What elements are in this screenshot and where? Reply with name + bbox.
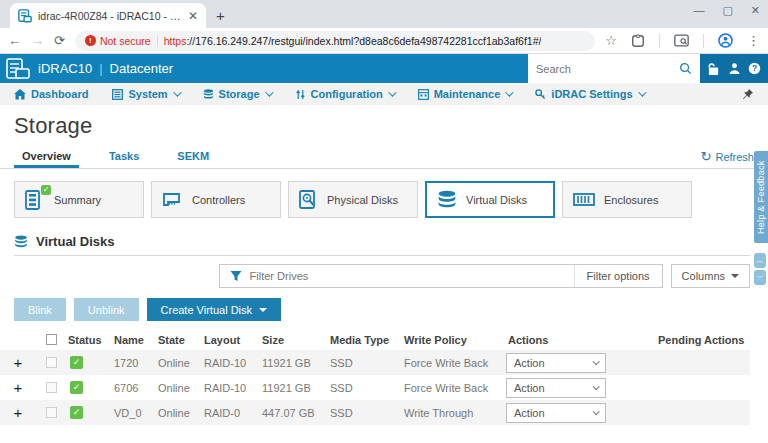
cell-size: 11921 GB [260, 382, 328, 394]
profile-icon[interactable] [718, 33, 733, 48]
chevron-down-icon [731, 274, 739, 278]
reload-icon[interactable]: ⟳ [54, 33, 65, 48]
filter-options-link[interactable]: Filter options [574, 265, 662, 287]
nav-label: iDRAC Settings [551, 88, 632, 100]
back-icon[interactable]: ← [8, 33, 21, 48]
scroll-up-icon[interactable]: ︿ [754, 253, 766, 268]
col-size: Size [260, 334, 328, 346]
cell-layout: RAID-0 [202, 407, 260, 419]
forward-icon[interactable]: → [31, 33, 44, 48]
tab-close-icon[interactable]: ✕ [188, 9, 198, 23]
tab-tasks[interactable]: Tasks [101, 146, 147, 168]
chevron-down-icon [593, 383, 600, 390]
not-secure-chip[interactable]: ! Not secure [85, 35, 151, 47]
cell-layout: RAID-10 [202, 357, 260, 369]
page-tabs: Overview Tasks SEKM ↻ Refresh [0, 145, 768, 169]
card-summary[interactable]: ✓ Summary [14, 181, 144, 218]
row-expand-icon[interactable]: + [0, 354, 36, 371]
card-physical-disks[interactable]: Physical Disks [288, 181, 418, 218]
tab-overview[interactable]: Overview [14, 146, 79, 168]
new-tab-button[interactable]: + [216, 7, 225, 24]
window-close-icon[interactable]: ✕ [751, 4, 760, 17]
cell-size: 11921 GB [260, 357, 328, 369]
cell-layout: RAID-10 [202, 382, 260, 394]
help-icon[interactable]: ? [748, 62, 761, 75]
idrac-header: iDRAC10 | Datacenter ? [0, 54, 768, 83]
nav-system[interactable]: System [112, 88, 178, 100]
nav-label: Dashboard [31, 88, 88, 100]
card-virtual-disks[interactable]: Virtual Disks [425, 181, 555, 218]
nav-storage[interactable]: Storage [203, 88, 271, 100]
action-select-label: Action [514, 382, 545, 394]
filter-drives-box[interactable]: Filter options [219, 264, 663, 288]
side-panel-search-icon[interactable] [674, 34, 689, 47]
row-checkbox[interactable] [46, 382, 57, 393]
nav-maintenance[interactable]: Maintenance [418, 88, 512, 100]
url-rest: ://176.16.249.247/restgui/index.html?d8e… [186, 35, 541, 47]
not-secure-label: Not secure [100, 35, 151, 47]
chevron-down-icon [265, 88, 273, 96]
virtual-disks-section-icon [14, 235, 28, 249]
row-expand-icon[interactable]: + [0, 379, 36, 396]
extensions-icon[interactable] [631, 34, 645, 48]
cell-name: 6706 [112, 382, 156, 394]
virtual-disk-icon [437, 190, 457, 210]
nav-label: System [128, 88, 167, 100]
create-virtual-disk-label: Create Virtual Disk [161, 304, 253, 316]
cell-media: SSD [328, 357, 402, 369]
window-maximize-icon[interactable]: ▢ [722, 4, 732, 17]
chrome-menu-icon[interactable]: ⋮ [747, 33, 760, 48]
card-label: Virtual Disks [466, 194, 527, 206]
summary-healthy-badge: ✓ [41, 185, 51, 195]
chevron-down-icon [388, 88, 396, 96]
col-actions: Actions [506, 334, 656, 346]
not-secure-icon: ! [85, 35, 96, 46]
brand-divider: | [99, 61, 102, 76]
filter-funnel-icon [230, 270, 242, 282]
card-label: Enclosures [604, 194, 658, 206]
user-icon[interactable] [728, 62, 741, 75]
create-virtual-disk-button[interactable]: Create Virtual Disk [147, 298, 282, 321]
search-input[interactable] [536, 63, 679, 75]
bookmark-star-icon[interactable]: ☆ [605, 33, 617, 48]
pushpin-icon[interactable] [742, 88, 754, 100]
virtual-disks-section-header: Virtual Disks [0, 228, 768, 255]
tab-sekm[interactable]: SEKM [169, 146, 217, 168]
action-select[interactable]: Action [506, 403, 606, 423]
toolbar-divider [703, 34, 704, 48]
cell-write-policy: Force Write Back [402, 357, 506, 369]
row-checkbox[interactable] [46, 357, 57, 368]
unblink-button[interactable]: Unblink [74, 298, 139, 321]
cell-name: VD_0 [112, 407, 156, 419]
search-icon[interactable] [679, 62, 692, 75]
action-select[interactable]: Action [506, 378, 606, 398]
select-all-checkbox[interactable] [46, 334, 57, 345]
nav-dashboard[interactable]: Dashboard [14, 88, 88, 100]
refresh-button[interactable]: ↻ Refresh [701, 151, 754, 168]
nav-label: Storage [219, 88, 260, 100]
maintenance-icon [418, 89, 429, 100]
card-controllers[interactable]: Controllers [151, 181, 281, 218]
scroll-down-icon[interactable]: ﹀ [754, 270, 766, 285]
blink-button[interactable]: Blink [14, 298, 66, 321]
product-name: iDRAC10 [38, 61, 92, 76]
filter-row: Filter options Columns [0, 256, 768, 294]
nav-configuration[interactable]: Configuration [295, 88, 394, 100]
row-expand-icon[interactable]: + [0, 404, 36, 421]
action-select[interactable]: Action [506, 353, 606, 373]
filter-drives-input[interactable] [250, 270, 574, 282]
help-feedback-tab[interactable]: Help & Feedback [754, 151, 768, 243]
unlock-icon[interactable] [707, 62, 720, 76]
columns-button[interactable]: Columns [671, 264, 750, 288]
row-checkbox[interactable] [46, 407, 57, 418]
browser-tab[interactable]: idrac-4R00Z84 - iDRAC10 - Sto ✕ [10, 3, 206, 28]
address-bar[interactable]: ! Not secure https://176.16.249.247/rest… [75, 31, 595, 51]
global-search[interactable] [528, 54, 700, 83]
cell-write-policy: Force Write Back [402, 382, 506, 394]
card-label: Summary [54, 194, 101, 206]
nav-idrac-settings[interactable]: iDRAC Settings [535, 88, 643, 100]
cell-state: Online [156, 407, 202, 419]
window-minimize-icon[interactable]: — [693, 4, 704, 17]
table-row: + ✓ VD_0 Online RAID-0 447.07 GB SSD Wri… [0, 400, 750, 425]
card-enclosures[interactable]: Enclosures [562, 181, 692, 218]
